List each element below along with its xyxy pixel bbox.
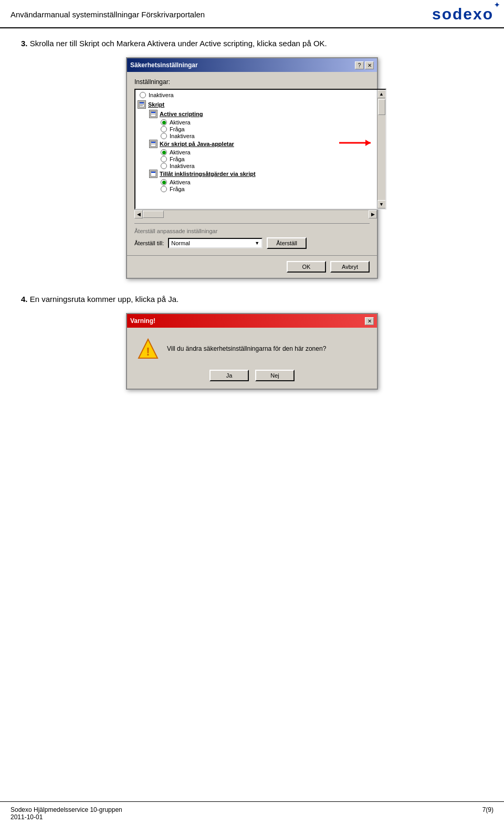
reset-to-label: Återställ till: (134, 240, 164, 246)
standalone-label: Inaktivera (149, 92, 174, 98)
scroll-up-button[interactable]: ▲ (377, 90, 386, 98)
radio-java-inaktivera (161, 163, 167, 169)
radio-dot-clipboard (162, 181, 166, 184)
security-dialog: Säkerhetsinställningar ? ✕ Inställningar… (126, 57, 378, 279)
label-aktivera-2: Aktivera (170, 149, 191, 155)
svg-rect-5 (151, 112, 155, 113)
warning-buttons: Ja Nej (127, 364, 377, 389)
clipboard-aktivera[interactable]: Aktivera (161, 179, 374, 185)
no-button[interactable]: Nej (255, 370, 295, 381)
header-title: Användarmanual systeminställningar Försk… (10, 10, 205, 19)
skript-name: Skript (148, 101, 164, 108)
reset-select-value: Normal (171, 240, 190, 246)
warning-close-button[interactable]: ✕ (365, 317, 374, 325)
chevron-down-icon: ▼ (255, 241, 259, 246)
warning-body: ! Vill du ändra säkerhetsinställningarna… (127, 328, 377, 364)
reset-select[interactable]: Normal ▼ (168, 238, 262, 248)
svg-text:!: ! (146, 345, 150, 358)
footer-left: Sodexo Hjälpmedelsservice 10-gruppen 201… (10, 806, 122, 821)
cancel-button[interactable]: Avbryt (330, 261, 370, 273)
footer-date: 2011-10-01 (10, 813, 122, 821)
help-button[interactable]: ? (355, 61, 364, 69)
close-button[interactable]: ✕ (365, 61, 374, 69)
scroll-thumb[interactable] (378, 99, 385, 115)
svg-rect-8 (151, 142, 155, 143)
active-scripting-name: Active scripting (160, 111, 203, 117)
scroll-down-button[interactable]: ▼ (377, 200, 386, 208)
radio-dot-java (162, 151, 166, 154)
step3-description: Skrolla ner till Skript och Markera Akti… (30, 39, 327, 48)
radio-clipboard-fraga (161, 186, 167, 192)
clipboard-group: Tillåt inklistringsåtgärder via skript A… (149, 170, 374, 192)
hscroll-track (143, 210, 369, 218)
dialog-bottom-buttons: OK Avbryt (127, 255, 377, 278)
hscroll-right-button[interactable]: ▶ (369, 210, 377, 218)
radio-dot (162, 121, 166, 124)
step3-text: 3. Skrolla ner till Skript och Markera A… (21, 39, 483, 48)
step4-number: 4. (21, 295, 28, 304)
radio-active-fraga (161, 126, 167, 132)
group-skript-header: Skript (138, 100, 374, 109)
standalone-inaktivera: Inaktivera (140, 92, 374, 98)
active-scripting-header: Active scripting (149, 110, 374, 118)
sodexo-star-icon: ✦ (494, 1, 501, 9)
vertical-scrollbar[interactable]: ▲ ▼ (377, 90, 385, 208)
step4-description: En varningsruta kommer upp, klicka på Ja… (30, 295, 178, 304)
radio-active-aktivera (161, 119, 167, 126)
label-aktivera-3: Aktivera (170, 179, 191, 185)
radio-java-fraga (161, 156, 167, 162)
ok-button[interactable]: OK (287, 261, 326, 273)
step3-number: 3. (21, 39, 28, 48)
security-dialog-title: Säkerhetsinställningar (130, 61, 198, 69)
warning-controls: ✕ (365, 317, 374, 325)
main-content: 3. Skrolla ner till Skript och Markera A… (0, 28, 504, 416)
warning-message: Vill du ändra säkerhetsinställningarna f… (167, 345, 326, 352)
reset-section-label: Återställ anpassade inställningar (134, 228, 370, 234)
red-arrow-indicator (334, 135, 376, 154)
horizontal-scrollbar[interactable]: ◀ ▶ (134, 210, 377, 218)
warning-title: Varning! (130, 317, 155, 325)
label-fraga-2: Fråga (170, 156, 185, 162)
reset-section: Återställ anpassade inställningar Återst… (134, 223, 370, 249)
radio-active-inaktivera (161, 133, 167, 139)
java-icon (149, 140, 158, 148)
svg-rect-11 (151, 172, 155, 173)
warning-titlebar: Varning! ✕ (127, 314, 377, 328)
active-scripting-icon (149, 110, 158, 118)
java-name: Kör skript på Java-appletar (160, 141, 234, 147)
active-scripting-aktivera[interactable]: Aktivera (161, 119, 374, 126)
hscroll-thumb[interactable] (143, 211, 164, 218)
header: Användarmanual systeminställningar Försk… (0, 0, 504, 28)
label-aktivera-1: Aktivera (170, 119, 191, 126)
radio-clipboard-aktivera (161, 179, 167, 185)
sodexo-logo: sodexo✦ (432, 5, 494, 23)
svg-rect-1 (140, 102, 144, 103)
dialog-controls: ? ✕ (355, 61, 374, 69)
security-dialog-titlebar: Säkerhetsinställningar ? ✕ (127, 58, 377, 72)
footer-page: 7(9) (482, 806, 494, 821)
label-fraga-1: Fråga (170, 126, 185, 132)
warning-dialog: Varning! ✕ ! Vill du ändra säkerhetsinst… (126, 313, 378, 390)
step4-text: 4. En varningsruta kommer upp, klicka på… (21, 295, 483, 304)
radio-standalone (140, 92, 146, 98)
yes-button[interactable]: Ja (209, 370, 249, 381)
clipboard-icon (149, 170, 158, 178)
java-fraga[interactable]: Fråga (161, 156, 374, 162)
active-scripting-fraga[interactable]: Fråga (161, 126, 374, 132)
settings-list-wrapper: Inaktivera Skript (134, 89, 386, 210)
radio-java-aktivera (161, 149, 167, 155)
aterstall-button[interactable]: Återställ (267, 237, 307, 249)
java-inaktivera[interactable]: Inaktivera (161, 163, 374, 169)
label-inaktivera-1: Inaktivera (170, 133, 195, 139)
warning-triangle-icon: ! (138, 338, 159, 359)
svg-marker-13 (365, 140, 371, 146)
footer-organization: Sodexo Hjälpmedelsservice 10-gruppen (10, 806, 122, 813)
label-fraga-3: Fråga (170, 186, 185, 192)
label-inaktivera-2: Inaktivera (170, 163, 195, 169)
clipboard-fraga[interactable]: Fråga (161, 186, 374, 192)
settings-label: Inställningar: (134, 78, 370, 86)
reset-row: Återställ till: Normal ▼ Återställ (134, 237, 370, 249)
clipboard-name: Tillåt inklistringsåtgärder via skript (160, 171, 256, 177)
clipboard-header: Tillåt inklistringsåtgärder via skript (149, 170, 374, 178)
hscroll-left-button[interactable]: ◀ (134, 210, 143, 218)
